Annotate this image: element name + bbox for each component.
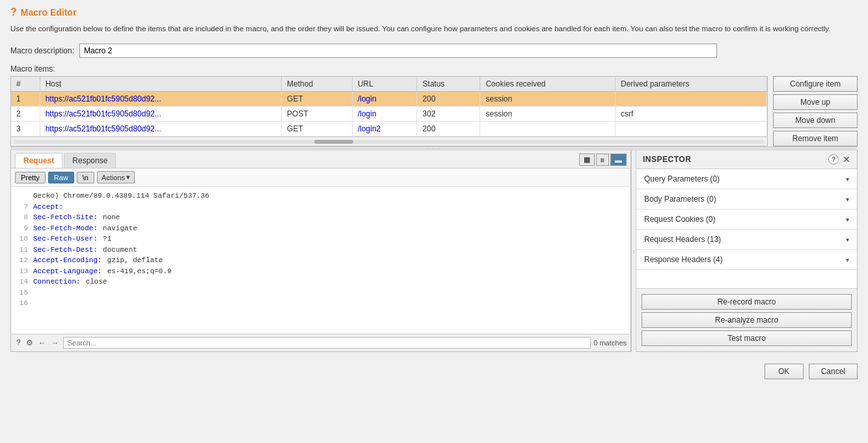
code-key: Sec-Fetch-Mode: xyxy=(33,223,98,234)
url-link[interactable]: /login2 xyxy=(358,124,381,133)
next-match-button[interactable]: → xyxy=(50,337,61,349)
inspector-controls: ? ✕ xyxy=(828,154,850,165)
table-row[interactable]: 1 https://ac521fb01fc5905d80d92... GET /… xyxy=(11,92,767,107)
inspector-section: Response Headers (4) ▾ xyxy=(636,250,857,270)
line-number: 8 xyxy=(18,212,28,223)
view-full-button[interactable]: ▬ xyxy=(610,154,627,166)
section-header[interactable]: Request Headers (13) ▾ xyxy=(636,230,857,249)
help-circle-button[interactable]: ? xyxy=(15,337,22,349)
code-line: 15 xyxy=(18,288,624,299)
code-key: Accept: xyxy=(33,202,63,213)
host-link[interactable]: https://ac521fb01fc5905d80d92... xyxy=(46,109,161,118)
code-key: Sec-Fetch-Site: xyxy=(33,212,98,223)
cell-host: https://ac521fb01fc5905d80d92... xyxy=(40,107,281,122)
table-row[interactable]: 3 https://ac521fb01fc5905d80d92... GET /… xyxy=(11,122,767,137)
inspector-panel: INSPECTOR ? ✕ Query Parameters (0) ▾ Bod… xyxy=(636,150,858,352)
cancel-button[interactable]: Cancel xyxy=(809,364,858,379)
cell-id: 1 xyxy=(11,92,40,107)
move-up-button[interactable]: Move up xyxy=(773,94,858,110)
code-line: Gecko) Chrome/89.0.4389.114 Safari/537.3… xyxy=(18,191,624,202)
code-key: Accept-Language: xyxy=(33,266,102,277)
col-header-derived: Derived parameters xyxy=(616,77,767,92)
code-key: Sec-Fetch-Dest: xyxy=(33,245,98,256)
url-link[interactable]: /login xyxy=(358,94,377,103)
scroll-track xyxy=(14,140,765,144)
inspector-header: INSPECTOR ? ✕ xyxy=(636,150,857,169)
macro-description-input[interactable] xyxy=(79,44,717,58)
cell-host: https://ac521fb01fc5905d80d92... xyxy=(40,122,281,137)
inspector-help-button[interactable]: ? xyxy=(828,154,839,165)
lower-section: Request Response ▦ ≡ ▬ Pretty Raw \n Act… xyxy=(10,150,858,352)
line-number: 11 xyxy=(18,245,28,256)
newline-button[interactable]: \n xyxy=(77,172,94,183)
section-header[interactable]: Request Cookies (0) ▾ xyxy=(636,209,857,229)
settings-button[interactable]: ⚙ xyxy=(25,337,34,349)
code-value: ?1 xyxy=(103,234,111,245)
table-row[interactable]: 2 https://ac521fb01fc5905d80d92... POST … xyxy=(11,107,767,122)
cell-cookies: session xyxy=(480,107,616,122)
code-line: 10Sec-Fetch-User:?1 xyxy=(18,234,624,245)
cell-method: GET xyxy=(282,122,353,137)
col-header-cookies: Cookies received xyxy=(480,77,616,92)
col-header-method: Method xyxy=(282,77,353,92)
actions-dropdown[interactable]: Actions ▾ xyxy=(97,171,135,183)
search-bar: ? ⚙ ← → 0 matches xyxy=(11,334,631,351)
code-line: 7Accept: xyxy=(18,202,624,213)
line-number xyxy=(18,191,28,202)
inspector-section: Request Cookies (0) ▾ xyxy=(636,209,857,230)
view-grid-button[interactable]: ▦ xyxy=(579,154,595,166)
code-value: es-419,es;q=0.9 xyxy=(107,266,172,277)
cell-method: GET xyxy=(282,92,353,107)
url-link[interactable]: /login xyxy=(358,109,377,118)
col-header-url: URL xyxy=(352,77,417,92)
code-area[interactable]: Gecko) Chrome/89.0.4389.114 Safari/537.3… xyxy=(11,187,631,334)
ok-cancel-row: OK Cancel xyxy=(0,358,868,384)
tab-request[interactable]: Request xyxy=(15,153,62,168)
code-key: Sec-Fetch-User: xyxy=(33,234,98,245)
page-title: Macro Editor xyxy=(21,7,77,18)
re-analyze-macro-button[interactable]: Re-analyze macro xyxy=(642,312,852,328)
col-header-status: Status xyxy=(417,77,480,92)
section-header[interactable]: Body Parameters (0) ▾ xyxy=(636,189,857,209)
ok-button[interactable]: OK xyxy=(765,364,804,379)
cell-derived xyxy=(616,92,767,107)
chevron-down-icon: ▾ xyxy=(846,256,849,263)
tab-response[interactable]: Response xyxy=(64,153,116,168)
main-container: ? Macro Editor Use the configuration bel… xyxy=(0,0,868,358)
host-link[interactable]: https://ac521fb01fc5905d80d92... xyxy=(46,124,161,133)
move-down-button[interactable]: Move down xyxy=(773,113,858,128)
configure-item-button[interactable]: Configure item xyxy=(773,76,858,92)
section-label: Request Headers (13) xyxy=(644,235,721,244)
code-line: 14Connection:close xyxy=(18,276,624,288)
section-header[interactable]: Query Parameters (0) ▾ xyxy=(636,169,857,189)
view-lines-button[interactable]: ≡ xyxy=(596,154,609,166)
cell-derived xyxy=(616,122,767,137)
section-label: Response Headers (4) xyxy=(644,255,723,264)
code-line: 12Accept-Encoding:gzip, deflate xyxy=(18,255,624,266)
cell-derived: csrf xyxy=(616,107,767,122)
cell-method: POST xyxy=(282,107,353,122)
remove-item-button[interactable]: Remove item xyxy=(773,131,858,146)
pretty-button[interactable]: Pretty xyxy=(15,172,46,183)
col-header-num: # xyxy=(11,77,40,92)
re-record-macro-button[interactable]: Re-record macro xyxy=(642,294,852,310)
resizer-handle[interactable]: ··· xyxy=(631,150,636,352)
test-macro-button[interactable]: Test macro xyxy=(642,330,852,346)
search-input[interactable] xyxy=(63,337,591,349)
raw-button[interactable]: Raw xyxy=(48,172,74,183)
code-value: none xyxy=(103,212,120,223)
host-link[interactable]: https://ac521fb01fc5905d80d92... xyxy=(46,94,161,103)
inspector-close-button[interactable]: ✕ xyxy=(843,154,850,165)
section-header[interactable]: Response Headers (4) ▾ xyxy=(636,250,857,269)
action-buttons-panel: Configure item Move up Move down Remove … xyxy=(773,76,858,146)
cell-url: /login2 xyxy=(352,122,417,137)
cell-cookies: session xyxy=(480,92,616,107)
horizontal-scrollbar[interactable] xyxy=(11,137,767,146)
cell-status: 302 xyxy=(417,107,480,122)
line-number: 16 xyxy=(18,298,28,309)
cell-url: /login xyxy=(352,107,417,122)
table-wrapper[interactable]: # Host Method URL Status Cookies receive… xyxy=(11,77,767,137)
prev-match-button[interactable]: ← xyxy=(37,337,47,349)
macro-items-table-section: # Host Method URL Status Cookies receive… xyxy=(10,76,768,146)
line-number: 13 xyxy=(18,266,28,277)
